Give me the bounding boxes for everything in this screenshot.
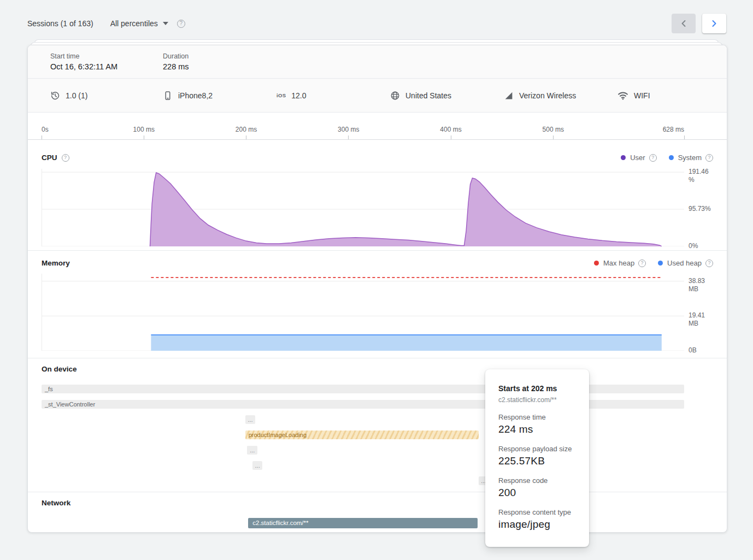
y-axis-label: 38.83 MB bbox=[689, 277, 713, 293]
system-legend-label: System bbox=[678, 154, 702, 162]
app-version: 1.0 (1) bbox=[50, 91, 87, 101]
cpu-legend: User ? System ? bbox=[621, 154, 713, 162]
sessions-help-icon[interactable]: ? bbox=[177, 20, 185, 28]
cpu-y-axis: 191.46 %95.73%0% bbox=[689, 169, 721, 246]
device-model: iPhone8,2 bbox=[163, 91, 213, 101]
os-version-label: 12.0 bbox=[291, 91, 306, 100]
tooltip-row-value: 224 ms bbox=[498, 423, 576, 435]
y-axis-label: 0B bbox=[689, 346, 713, 355]
y-axis-label: 0% bbox=[689, 242, 713, 250]
chevron-down-icon bbox=[163, 22, 168, 25]
memory-section-title: Memory bbox=[42, 259, 70, 267]
cpu-user-help-icon[interactable]: ? bbox=[649, 154, 657, 162]
timeline-tick-mark bbox=[553, 135, 554, 139]
wifi-icon bbox=[617, 91, 628, 100]
start-time-label: Start time bbox=[50, 52, 117, 60]
session-header: Start time Oct 16, 6:32:11 AM Duration 2… bbox=[28, 45, 727, 79]
chevron-left-icon bbox=[678, 18, 689, 29]
tooltip-row-value: image/jpeg bbox=[498, 518, 576, 530]
used-heap-help-icon[interactable]: ? bbox=[705, 260, 713, 267]
tooltip-row-value: 200 bbox=[498, 487, 576, 499]
timeline-tick-label: 300 ms bbox=[338, 126, 359, 133]
request-tooltip: Starts at 202 ms c2.staticflickr.com/** … bbox=[485, 369, 589, 547]
tooltip-row-label: Response code bbox=[498, 476, 576, 485]
timeline-tick-mark bbox=[348, 135, 349, 139]
cpu-section: CPU ? User ? System ? 191.46 %95.73%0% bbox=[28, 140, 727, 251]
cpu-section-title: CPU bbox=[42, 154, 57, 162]
app-version-icon bbox=[50, 91, 60, 101]
trace-bar-collapsed[interactable]: ... bbox=[252, 461, 263, 470]
start-time-value: Oct 16, 6:32:11 AM bbox=[50, 62, 117, 71]
duration-value: 228 ms bbox=[163, 62, 189, 71]
timeline-tick-mark bbox=[451, 135, 451, 139]
timeline-tick-mark bbox=[246, 135, 246, 139]
globe-icon bbox=[390, 91, 400, 101]
device-attributes-row: 1.0 (1) iPhone8,2 iOS 12.0 United States… bbox=[28, 79, 727, 113]
tooltip-row-label: Response payload size bbox=[498, 445, 576, 453]
y-axis-label: 191.46 % bbox=[689, 168, 713, 184]
on-device-section: On device _fs_st_ViewController...produc… bbox=[28, 358, 727, 492]
timeline-tick-mark bbox=[684, 135, 685, 139]
chevron-right-icon bbox=[709, 18, 720, 29]
trace-bar-collapsed[interactable]: ... bbox=[247, 446, 257, 455]
y-axis-label: 95.73% bbox=[689, 205, 713, 213]
used-heap-legend-dot bbox=[658, 261, 663, 266]
tooltip-title: Starts at 202 ms bbox=[498, 384, 576, 393]
max-heap-legend-label: Max heap bbox=[603, 259, 634, 267]
duration-label: Duration bbox=[163, 52, 189, 60]
duration-block: Duration 228 ms bbox=[163, 52, 189, 71]
tooltip-rows: Response time224 msResponse payload size… bbox=[498, 413, 576, 530]
memory-chart[interactable] bbox=[42, 274, 684, 351]
percentiles-dropdown-label: All percentiles bbox=[110, 19, 158, 28]
memory-section: Memory Max heap ? Used heap ? 38.83 MB19… bbox=[28, 251, 727, 358]
timeline-tick-label: 500 ms bbox=[543, 126, 564, 133]
os-version: iOS 12.0 bbox=[277, 91, 307, 100]
network-section: Network c2.staticflickr.com/** bbox=[28, 492, 727, 533]
trace-bar-productImageLoading[interactable]: productImageLoading bbox=[245, 431, 479, 439]
session-nav bbox=[672, 14, 726, 33]
max-heap-legend-dot bbox=[594, 261, 599, 266]
session-card: Start time Oct 16, 6:32:11 AM Duration 2… bbox=[27, 45, 727, 533]
toolbar: Sessions (1 of 163) All percentiles ? bbox=[27, 11, 726, 36]
network-request-bar[interactable]: c2.staticflickr.com/** bbox=[248, 518, 477, 528]
trace-bar-collapsed[interactable]: ... bbox=[245, 415, 256, 424]
cpu-help-icon[interactable]: ? bbox=[62, 154, 69, 162]
percentiles-dropdown[interactable]: All percentiles bbox=[110, 19, 168, 28]
cpu-system-help-icon[interactable]: ? bbox=[705, 154, 713, 162]
carrier-label: Verizon Wireless bbox=[519, 91, 576, 100]
timeline-tick-label: 628 ms bbox=[663, 126, 684, 133]
cpu-chart[interactable] bbox=[42, 169, 684, 246]
app-version-label: 1.0 (1) bbox=[66, 91, 87, 100]
tooltip-row-label: Response content type bbox=[498, 508, 576, 516]
country-label: United States bbox=[405, 91, 451, 100]
tooltip-row-value: 225.57KB bbox=[498, 455, 576, 467]
timeline-tick-mark bbox=[42, 135, 42, 139]
timeline-tick-label: 400 ms bbox=[440, 126, 461, 133]
user-legend-label: User bbox=[630, 154, 645, 162]
timeline-tick-label: 100 ms bbox=[133, 126, 155, 133]
used-heap-legend-label: Used heap bbox=[667, 259, 702, 267]
connection-type: WIFI bbox=[617, 91, 650, 100]
system-legend-dot bbox=[669, 155, 674, 160]
cell-signal-icon bbox=[504, 91, 514, 101]
memory-y-axis: 38.83 MB19.41 MB0B bbox=[689, 274, 721, 351]
sessions-count-label: Sessions (1 of 163) bbox=[27, 19, 93, 28]
user-legend-dot bbox=[621, 155, 626, 160]
memory-legend: Max heap ? Used heap ? bbox=[594, 259, 713, 267]
y-axis-label: 19.41 MB bbox=[689, 311, 713, 328]
start-time-block: Start time Oct 16, 6:32:11 AM bbox=[50, 52, 117, 71]
phone-icon bbox=[163, 91, 173, 101]
tooltip-url: c2.staticflickr.com/** bbox=[498, 396, 576, 404]
device-model-label: iPhone8,2 bbox=[178, 91, 213, 100]
tooltip-row-label: Response time bbox=[498, 413, 576, 421]
ios-icon: iOS bbox=[277, 92, 286, 98]
timeline-tick-label: 200 ms bbox=[236, 126, 257, 133]
timeline-tick-label: 0s bbox=[42, 126, 49, 133]
max-heap-help-icon[interactable]: ? bbox=[638, 260, 646, 267]
next-session-button[interactable] bbox=[702, 14, 726, 33]
timeline-ruler: 0s100 ms200 ms300 ms400 ms500 ms628 ms bbox=[28, 113, 727, 140]
carrier: Verizon Wireless bbox=[504, 91, 576, 101]
timeline-ruler-track: 0s100 ms200 ms300 ms400 ms500 ms628 ms bbox=[42, 113, 684, 139]
connection-label: WIFI bbox=[634, 91, 650, 100]
prev-session-button[interactable] bbox=[672, 14, 696, 33]
